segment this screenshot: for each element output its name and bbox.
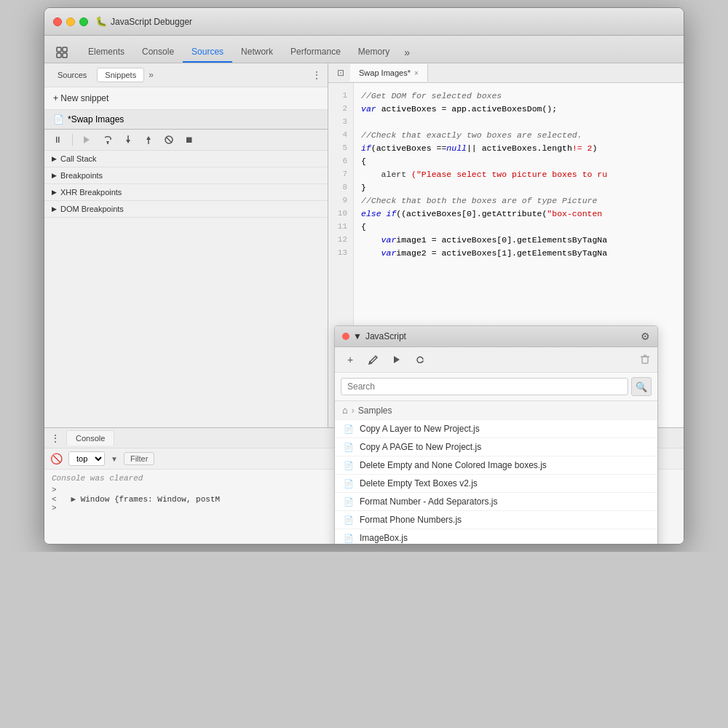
editor-tab-swap-images[interactable]: Swap Images* × — [350, 64, 428, 82]
edit-snippet-button[interactable] — [365, 352, 381, 368]
code-line-3 — [354, 115, 684, 128]
line-num-1: 1 — [328, 89, 353, 102]
list-item[interactable]: 📄 ImageBox.js — [335, 529, 657, 545]
code-line-10: else if ((activeBoxes[0].getAttribute("b… — [354, 207, 684, 220]
list-item[interactable]: 📄 Format Number - Add Separators.js — [335, 493, 657, 511]
stop-button[interactable]: ⏹ — [182, 132, 197, 147]
window-object: Window {frames: Window, postM — [81, 495, 220, 504]
list-item[interactable]: 📄 Copy A Layer to New Project.js — [335, 420, 657, 438]
list-item[interactable]: 📄 Format Phone Numbers.js — [335, 511, 657, 529]
separator — [72, 134, 73, 146]
sub-tab-menu-icon[interactable]: ⋮ — [312, 69, 322, 81]
editor-tab-close-icon[interactable]: × — [414, 69, 419, 77]
dropdown-header: ▼ JavaScript ⚙ — [335, 326, 657, 347]
line-num-7: 7 — [328, 167, 353, 181]
code-line-12: var image1 = activeBoxes[0].getElementsB… — [354, 233, 684, 246]
line-num-12: 12 — [328, 233, 353, 246]
console-left-arrow: < — [52, 495, 57, 504]
line-num-3: 3 — [328, 115, 353, 128]
context-selector[interactable]: top — [68, 451, 105, 466]
svg-rect-2 — [57, 53, 61, 58]
file-icon: 📄 — [344, 515, 354, 525]
svg-rect-15 — [642, 357, 648, 363]
snippet-item[interactable]: 📄 *Swap Images — [44, 110, 328, 129]
step-into-button[interactable] — [121, 132, 135, 147]
breakpoints-section[interactable]: ▶ Breakpoints — [44, 167, 328, 184]
tab-elements[interactable]: Elements — [79, 42, 133, 63]
reload-snippet-button[interactable] — [412, 352, 428, 368]
left-panel: Sources Snippets » ⋮ + New snippet 📄 *Sw… — [44, 63, 328, 427]
console-tab[interactable]: Console — [66, 430, 114, 446]
xhr-arrow: ▶ — [52, 189, 57, 196]
add-snippet-button[interactable]: + — [342, 352, 358, 368]
file-list: 📄 Copy A Layer to New Project.js 📄 Copy … — [335, 420, 657, 545]
line-num-2: 2 — [328, 102, 353, 115]
file-icon: 📄 — [344, 533, 354, 543]
step-out-button[interactable] — [141, 132, 156, 147]
tab-sources[interactable]: Sources — [183, 42, 232, 63]
line-num-4: 4 — [328, 128, 353, 141]
console-tab-menu-icon[interactable]: ⋮ — [50, 432, 60, 444]
code-line-5: if(activeBoxes == null || activeBoxes.le… — [354, 141, 684, 154]
dom-breakpoints-section[interactable]: ▶ DOM Breakpoints — [44, 201, 328, 218]
code-line-13: var image2 = activeBoxes[1].getElementsB… — [354, 246, 684, 259]
dropdown-gear-icon[interactable]: ⚙ — [641, 331, 650, 342]
file-icon: 📄 — [344, 496, 354, 507]
run-snippet-button[interactable] — [389, 352, 405, 368]
file-icon: 📄 — [344, 478, 354, 488]
code-line-2: var activeBoxes = app.activeBoxesDom(); — [354, 102, 684, 115]
javascript-dropdown: ▼ JavaScript ⚙ + — [334, 325, 658, 545]
search-button[interactable]: 🔍 — [631, 377, 652, 396]
search-input[interactable] — [341, 378, 628, 395]
svg-marker-6 — [106, 141, 109, 144]
editor-tabs: ⊡ Swap Images* × — [328, 63, 684, 83]
breadcrumb: ⌂ › Samples — [335, 401, 657, 420]
line-num-10: 10 — [328, 207, 353, 220]
inspect-icon[interactable] — [50, 42, 74, 63]
svg-line-12 — [166, 137, 172, 143]
samples-folder[interactable]: Samples — [358, 405, 392, 416]
main-area: Sources Snippets » ⋮ + New snippet 📄 *Sw… — [44, 63, 684, 427]
panel-toggle-icon[interactable]: ⊡ — [331, 63, 350, 82]
subtab-snippets[interactable]: Snippets — [97, 68, 144, 82]
line-num-6: 6 — [328, 154, 353, 167]
tab-console[interactable]: Console — [133, 42, 183, 63]
debugger-panel: ⏸ — [44, 129, 328, 427]
step-over-button[interactable] — [100, 132, 115, 147]
code-line-11: { — [354, 220, 684, 233]
line-num-9: 9 — [328, 194, 353, 207]
title-bar: 🐛 JavaScript Debugger — [44, 8, 684, 36]
debugger-controls: ⏸ — [44, 130, 328, 151]
call-stack-arrow: ▶ — [52, 155, 57, 162]
clear-console-button[interactable]: 🚫 — [50, 453, 63, 464]
tab-network[interactable]: Network — [232, 42, 282, 63]
close-button[interactable] — [53, 17, 62, 26]
delete-snippet-button[interactable] — [640, 354, 650, 366]
devtools-body: Elements Console Sources Network Perform… — [44, 36, 684, 544]
list-item[interactable]: 📄 Copy A PAGE to New Project.js — [335, 438, 657, 456]
home-icon[interactable]: ⌂ — [342, 405, 348, 416]
traffic-lights — [53, 17, 88, 26]
list-item[interactable]: 📄 Delete Empty and None Colored Image bo… — [335, 456, 657, 475]
tab-performance[interactable]: Performance — [282, 42, 349, 63]
new-snippet-button[interactable]: + New snippet — [44, 87, 328, 110]
xhr-breakpoints-section[interactable]: ▶ XHR Breakpoints — [44, 184, 328, 201]
tab-memory[interactable]: Memory — [349, 42, 398, 63]
more-tabs-icon[interactable]: » — [398, 42, 416, 63]
console-prompt-arrow-1: > — [52, 486, 57, 494]
resume-button[interactable] — [80, 132, 95, 147]
code-line-6: { — [354, 154, 684, 167]
devtools-window: 🐛 JavaScript Debugger Elements Console S… — [44, 7, 684, 545]
sub-tab-more-icon[interactable]: » — [149, 70, 154, 80]
subtab-sources[interactable]: Sources — [50, 68, 94, 82]
maximize-button[interactable] — [79, 17, 88, 26]
code-line-4: //Check that exactly two boxes are selec… — [354, 128, 684, 141]
pause-button[interactable]: ⏸ — [50, 132, 65, 147]
call-stack-section[interactable]: ▶ Call Stack — [44, 151, 328, 167]
window-title: 🐛 JavaScript Debugger — [95, 16, 192, 27]
list-item[interactable]: 📄 Delete Empty Text Boxes v2.js — [335, 475, 657, 493]
deactivate-button[interactable] — [162, 132, 176, 147]
line-num-5: 5 — [328, 141, 353, 154]
minimize-button[interactable] — [66, 17, 75, 26]
filter-button[interactable]: Filter — [124, 452, 154, 465]
